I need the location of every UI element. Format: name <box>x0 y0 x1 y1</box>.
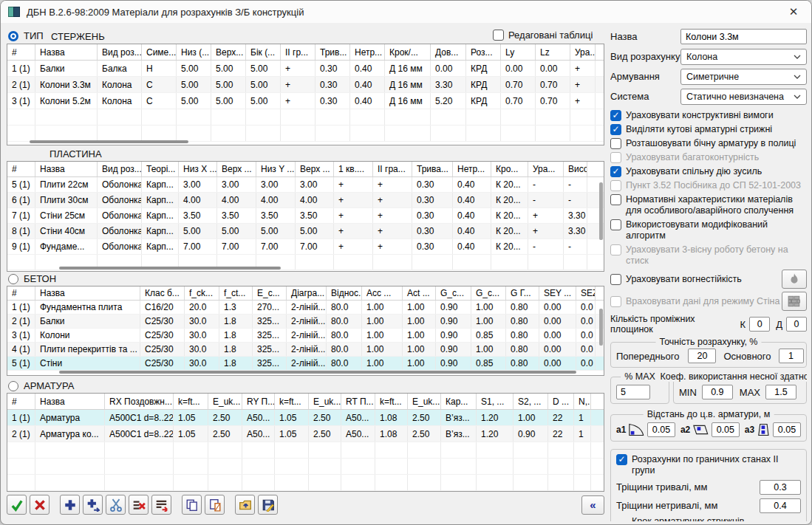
table-cell[interactable]: 7.00 <box>256 239 296 254</box>
table-cell[interactable]: 0.80 <box>506 329 539 342</box>
column-header[interactable]: f_ck... <box>185 286 219 300</box>
table-cell[interactable]: 4.00 <box>256 193 296 207</box>
table-cell[interactable]: 1.3 <box>219 301 253 314</box>
table-cell[interactable]: 1.8 <box>219 357 253 370</box>
table-cell[interactable]: 1.00 <box>403 329 436 342</box>
apply-button[interactable] <box>7 495 27 515</box>
column-header[interactable]: Acc ... <box>362 286 403 300</box>
table-cell[interactable]: + <box>334 239 373 254</box>
table-cell[interactable]: 1.05 <box>275 426 309 442</box>
table-cell[interactable]: A500C1 d=8..22 <box>105 426 174 442</box>
table-cell[interactable]: В’яз... <box>441 410 477 425</box>
table-cell[interactable]: Стіни 25см <box>35 208 98 223</box>
table-cell[interactable]: Колона <box>98 77 142 92</box>
table-cell[interactable]: Карп... <box>142 177 179 192</box>
table-cell[interactable]: 0.70 <box>501 77 536 92</box>
table-cell[interactable]: 0.00 <box>501 61 536 76</box>
table-cell[interactable]: Арматура ко... <box>35 426 105 442</box>
table-cell[interactable]: Балки <box>35 315 140 328</box>
option-row[interactable]: Розташовувати бічну арматуру в полиці <box>610 138 807 149</box>
table-row[interactable]: 7 (1)Стіни 25смОболонкаКарп...3.503.503.… <box>7 208 604 224</box>
table-cell[interactable]: 2.50 <box>309 410 341 425</box>
table-cell[interactable]: 1.05 <box>174 426 208 442</box>
table-cell[interactable]: 9 (1) <box>7 239 35 254</box>
column-header[interactable]: S2, ... <box>514 394 548 409</box>
option-row[interactable]: Враховувати дані для режиму Стіна <box>610 292 807 311</box>
table-cell[interactable]: 0.00 <box>536 61 570 76</box>
column-header[interactable]: G_c... <box>436 286 471 300</box>
table-cell[interactable]: + <box>281 77 315 92</box>
calc-type-select[interactable]: Колона <box>680 49 807 65</box>
column-header[interactable]: Низ (... <box>177 44 211 60</box>
table-cell[interactable]: 0.40 <box>453 208 491 223</box>
table-cell[interactable]: 1 (1) <box>7 301 35 314</box>
table-cell[interactable]: 1.00 <box>362 329 403 342</box>
column-header[interactable]: Назва <box>35 162 98 176</box>
column-header[interactable]: Ура... <box>528 162 564 176</box>
table-cell[interactable]: 1.00 <box>471 315 506 328</box>
table-cell[interactable]: 80.0 <box>327 357 362 370</box>
table-cell[interactable]: 3.50 <box>256 208 296 223</box>
table-cell[interactable]: Оболонка <box>98 208 142 223</box>
table-cell[interactable]: Плити перекриттів та ... <box>35 343 140 356</box>
table-cell[interactable]: 0.30 <box>412 239 453 254</box>
table-cell[interactable]: 1 <box>574 426 591 442</box>
paste-button[interactable] <box>205 495 225 515</box>
column-header[interactable]: 1 кв.... <box>334 162 373 176</box>
table-cell[interactable]: 4 (1) <box>7 343 35 356</box>
table-cell[interactable]: 0.40 <box>453 224 491 239</box>
column-header[interactable]: Низ X ... <box>179 162 217 176</box>
table-cell[interactable]: 0.80 <box>506 357 539 370</box>
table-cell[interactable]: A50... <box>341 426 375 442</box>
table-cell[interactable]: 0.90 <box>436 343 471 356</box>
table-cell[interactable]: 3.00 <box>296 177 334 192</box>
column-header[interactable]: k=ft... <box>375 394 408 409</box>
table-cell[interactable]: 0.70 <box>536 77 570 92</box>
column-header[interactable]: Трив... <box>315 44 350 60</box>
table-cell[interactable]: C25/30 <box>140 329 185 342</box>
table-cell[interactable]: 2.50 <box>408 426 441 442</box>
table-cell[interactable]: 1.00 <box>362 301 403 314</box>
column-header[interactable]: Назва <box>35 394 105 409</box>
min-input[interactable] <box>702 385 733 399</box>
table-cell[interactable]: В’яз... <box>441 426 477 442</box>
table-cell[interactable]: 0.40 <box>350 77 385 92</box>
table-cell[interactable]: 0.40 <box>350 93 385 109</box>
pmax-input[interactable] <box>616 385 650 399</box>
a1-input[interactable] <box>647 422 675 437</box>
table-cell[interactable]: 4.00 <box>296 193 334 207</box>
column-header[interactable]: G_c... <box>471 286 506 300</box>
table-cell[interactable]: 0.70 <box>536 93 570 109</box>
column-header[interactable]: Клас б... <box>140 286 185 300</box>
column-header[interactable]: Верх... <box>211 44 246 60</box>
column-header[interactable]: Верх ... <box>217 162 256 176</box>
option-row[interactable]: Пункт 3.52 Посібника до СП 52-101-2003 <box>610 180 807 191</box>
add-row-button[interactable] <box>60 495 80 515</box>
column-header[interactable]: Нетр... <box>350 44 385 60</box>
table-cell[interactable]: Карп... <box>142 224 179 239</box>
column-header[interactable]: Симе... <box>142 44 177 60</box>
fire-button[interactable] <box>782 270 807 289</box>
option-checkbox[interactable] <box>610 219 621 230</box>
table-cell[interactable]: 3 (1) <box>7 93 35 109</box>
table-cell[interactable]: 4.00 <box>217 193 256 207</box>
main-input[interactable] <box>779 349 804 363</box>
table-cell[interactable]: 0.90 <box>436 315 471 328</box>
table-row[interactable]: 5 (1)Плити 22смОболонкаКарп...3.003.003.… <box>7 177 604 193</box>
table-row[interactable]: 3 (1)КолониC25/3030.01.8325...2-ліній...… <box>7 329 604 343</box>
column-header[interactable]: D ... <box>548 394 574 409</box>
column-header[interactable]: k=ft... <box>174 394 208 409</box>
option-row[interactable]: ✓Виділяти кутові арматурні стрижні <box>610 124 807 135</box>
table-cell[interactable]: 0.40 <box>453 177 491 192</box>
option-row[interactable]: Ураховувати вогнестійкість <box>610 270 807 289</box>
table-cell[interactable]: 7.00 <box>296 239 334 254</box>
table-row-empty[interactable] <box>7 126 604 142</box>
table-cell[interactable]: Д 16 мм <box>385 77 431 92</box>
table-cell[interactable]: + <box>281 61 315 76</box>
table-cell[interactable]: 5.00 <box>211 93 246 109</box>
table-cell[interactable]: Д 16 мм <box>385 93 431 109</box>
column-header[interactable]: Дов... <box>431 44 466 60</box>
beton-radio-row[interactable]: БЕТОН <box>8 273 56 284</box>
table-cell[interactable]: 3.30 <box>564 224 587 239</box>
table-cell[interactable]: + <box>373 239 412 254</box>
